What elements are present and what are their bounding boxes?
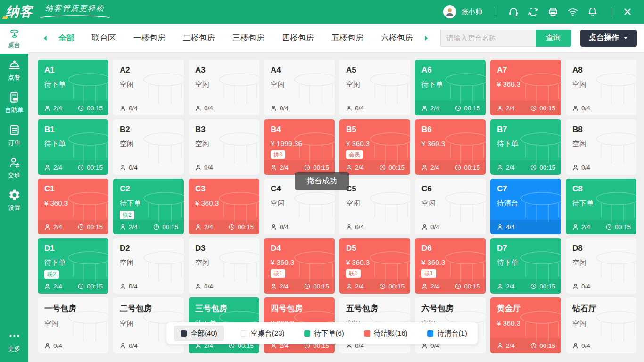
tabs-scroll-left-icon[interactable] <box>41 34 49 42</box>
table-watermark-icon <box>67 191 108 224</box>
occupancy-value: 0/4 <box>581 164 590 171</box>
table-card-B4[interactable]: B4 ¥ 1999.36 拼3 2/4 00:15 <box>264 119 335 175</box>
elapsed-time: 00:15 <box>77 283 103 290</box>
table-card-C5[interactable]: C5 空闲 0/4 <box>339 179 410 234</box>
wifi-icon <box>567 6 578 17</box>
search-input[interactable] <box>440 30 536 47</box>
table-card-D7[interactable]: D7 待下单 2/4 00:15 <box>490 238 561 294</box>
table-card-A8[interactable]: A8 空闲 0/4 <box>566 60 636 115</box>
table-card-A2[interactable]: A2 空闲 0/4 <box>113 60 184 115</box>
legend-item-全部(40)[interactable]: 全部(40) <box>174 326 224 341</box>
table-card-A1[interactable]: A1 待下单 2/4 00:15 <box>38 60 108 115</box>
occupancy-value: 0/4 <box>53 342 62 349</box>
tabs-scroll-right-icon[interactable] <box>422 34 430 42</box>
legend-item-待清台(1)[interactable]: 待清台(1) <box>425 326 470 341</box>
tab-一楼包房[interactable]: 一楼包房 <box>133 33 165 43</box>
sidebar-item-交班[interactable]: 交班 <box>0 151 28 184</box>
tab-四楼包房[interactable]: 四楼包房 <box>282 33 314 43</box>
table-card-C7[interactable]: C7 待清台 4/4 <box>490 179 561 234</box>
elapsed-time: 00:15 <box>304 164 329 171</box>
sidebar-item-更多[interactable]: 更多 <box>0 325 28 357</box>
table-card-A7[interactable]: A7 ¥ 360.3 2/4 00:15 <box>490 60 561 115</box>
sidebar-item-订单[interactable]: 订单 <box>0 119 28 151</box>
legend-swatch <box>428 330 434 337</box>
table-card-footer: 0/4 <box>113 160 184 175</box>
wifi-icon[interactable] <box>567 6 578 17</box>
table-card-A6[interactable]: A6 待下单 2/4 00:15 <box>415 60 486 115</box>
close-icon[interactable] <box>622 6 633 17</box>
table-card-钻石厅[interactable]: 钻石厅 空闲 0/4 <box>566 297 636 353</box>
table-card-C8[interactable]: C8 待下单 2/4 00:15 <box>566 179 636 234</box>
table-card-footer: 0/4 <box>189 160 259 175</box>
table-card-D6[interactable]: D6 ¥ 360.3 联1 2/4 00:15 <box>415 238 486 294</box>
occupancy-value: 0/4 <box>204 164 213 171</box>
sidebar-item-桌台[interactable]: 桌台 <box>0 24 28 54</box>
table-card-B7[interactable]: B7 待下单 2/4 00:15 <box>490 119 561 175</box>
table-card-D8[interactable]: D8 空闲 0/4 <box>566 238 636 294</box>
table-card-footer: 2/4 00:15 <box>339 279 410 294</box>
occupancy: 2/4 <box>421 283 439 290</box>
occupancy-value: 0/4 <box>581 342 590 349</box>
elapsed-time-value: 00:15 <box>539 342 555 349</box>
table-card-B8[interactable]: B8 空闲 0/4 <box>566 119 636 175</box>
table-card-D4[interactable]: D4 ¥ 360.3 联1 2/4 00:15 <box>264 238 335 294</box>
sync-icon[interactable] <box>528 6 539 17</box>
sidebar-item-设置[interactable]: 设置 <box>0 184 28 216</box>
occupancy: 0/4 <box>195 105 213 112</box>
legend-item-空桌台(23)[interactable]: 空桌台(23) <box>238 326 288 341</box>
table-card-footer: 2/4 00:15 <box>490 101 561 115</box>
occupancy-value: 0/4 <box>129 105 138 112</box>
tab-三楼包房[interactable]: 三楼包房 <box>232 33 264 43</box>
tab-六楼包房[interactable]: 六楼包房 <box>381 33 413 43</box>
tab-五楼包房[interactable]: 五楼包房 <box>331 33 363 43</box>
table-operations-button[interactable]: 桌台操作 <box>580 30 637 47</box>
table-card-C3[interactable]: C3 ¥ 360.3 2/4 00:15 <box>189 179 259 234</box>
gear-icon <box>8 189 21 201</box>
table-card-C1[interactable]: C1 ¥ 360.3 2/4 00:15 <box>38 179 108 234</box>
tab-二楼包房[interactable]: 二楼包房 <box>183 33 215 43</box>
table-card-一号包房[interactable]: 一号包房 空闲 0/4 <box>38 297 108 353</box>
table-card-footer: 2/4 00:15 <box>415 101 486 115</box>
table-card-footer: 0/4 <box>113 101 184 115</box>
table-tag: 会员 <box>346 150 363 159</box>
sidebar-item-自助单[interactable]: 自助单 <box>0 86 28 119</box>
table-card-D1[interactable]: D1 待下单 联2 2/4 00:15 <box>38 238 108 294</box>
table-card-C6[interactable]: C6 空闲 0/4 <box>415 179 486 234</box>
table-card-C2[interactable]: C2 待下单 联2 2/4 00:15 <box>113 179 184 234</box>
table-card-B2[interactable]: B2 空闲 0/4 <box>113 119 184 175</box>
table-card-D2[interactable]: D2 空闲 0/4 <box>113 238 184 294</box>
table-card-B3[interactable]: B3 空闲 0/4 <box>189 119 259 175</box>
table-card-D3[interactable]: D3 空闲 0/4 <box>189 238 259 294</box>
username[interactable]: 张小帅 <box>461 8 482 16</box>
elapsed-time-value: 00:15 <box>464 283 480 290</box>
headset-icon[interactable] <box>508 6 519 17</box>
bell-icon[interactable] <box>587 6 598 17</box>
table-card-A3[interactable]: A3 空闲 0/4 <box>189 60 259 115</box>
tab-全部[interactable]: 全部 <box>58 33 74 43</box>
elapsed-time: 00:15 <box>77 105 103 112</box>
table-card-B1[interactable]: B1 待下单 2/4 00:15 <box>38 119 108 175</box>
table-watermark-icon <box>444 132 486 165</box>
table-card-B5[interactable]: B5 ¥ 360.3 会员 2/4 00:15 <box>339 119 410 175</box>
elapsed-time-value: 00:15 <box>162 223 178 230</box>
table-card-D5[interactable]: D5 ¥ 360.3 联1 2/4 00:15 <box>339 238 410 294</box>
table-card-footer: 2/4 00:15 <box>490 160 561 175</box>
printer-icon[interactable] <box>547 6 559 17</box>
search-button[interactable]: 查询 <box>536 30 571 47</box>
table-card-footer: 0/4 <box>264 101 335 115</box>
occupancy: 2/4 <box>44 283 62 290</box>
person-icon <box>44 342 51 349</box>
table-card-B6[interactable]: B6 ¥ 360.3 2/4 00:15 <box>415 119 486 175</box>
sidebar-item-点餐[interactable]: 点餐 <box>0 54 28 86</box>
table-card-黄金厅[interactable]: 黄金厅 ¥ 360.3 2/4 00:15 <box>490 297 561 353</box>
occupancy: 0/4 <box>195 164 213 171</box>
avatar[interactable] <box>443 5 456 18</box>
table-card-A5[interactable]: A5 空闲 0/4 <box>339 60 410 115</box>
slogan-underline <box>40 14 110 19</box>
legend-item-待下单(6)[interactable]: 待下单(6) <box>302 326 347 341</box>
clock-icon <box>379 164 386 171</box>
tab-联台区[interactable]: 联台区 <box>92 33 116 43</box>
person-icon <box>119 105 126 112</box>
legend-item-待结账(16)[interactable]: 待结账(16) <box>361 326 411 341</box>
table-card-A4[interactable]: A4 空闲 0/4 <box>264 60 335 115</box>
